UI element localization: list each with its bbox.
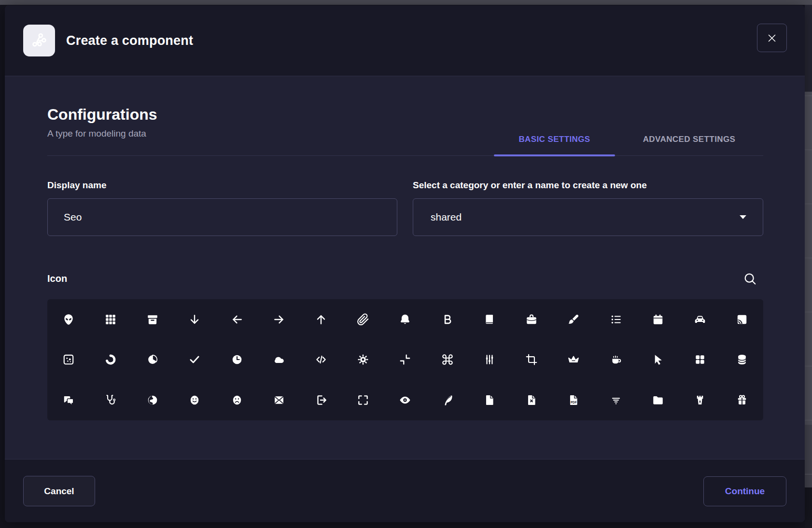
svg-text:PDF: PDF <box>571 401 577 404</box>
car-icon[interactable] <box>679 299 721 340</box>
alien-icon[interactable] <box>47 299 89 340</box>
clock-icon[interactable] <box>216 340 258 380</box>
category-select[interactable]: shared <box>413 198 763 236</box>
crop-icon[interactable] <box>511 340 553 380</box>
calendar-icon[interactable] <box>637 299 679 340</box>
check-icon[interactable] <box>174 340 216 380</box>
chevron-down-icon <box>738 212 748 222</box>
tab-advanced-settings[interactable]: ADVANCED SETTINGS <box>615 123 763 156</box>
chart-bubble-icon[interactable] <box>47 340 89 380</box>
display-name-label: Display name <box>47 180 107 191</box>
continue-button[interactable]: Continue <box>703 476 786 506</box>
cursor-icon[interactable] <box>637 340 679 380</box>
discuss-icon[interactable] <box>47 380 89 420</box>
database-icon[interactable] <box>721 340 763 380</box>
tab-basic-settings[interactable]: BASIC SETTINGS <box>494 123 615 156</box>
screen: Create a component Configurations A type… <box>0 0 812 528</box>
page-behind-modal-right <box>805 5 812 528</box>
cast-icon[interactable] <box>721 299 763 340</box>
earth-icon[interactable] <box>131 380 173 420</box>
section-title: Configurations <box>47 106 157 124</box>
icon-picker-label: Icon <box>47 273 67 284</box>
folder-icon[interactable] <box>637 380 679 420</box>
collapse-icon[interactable] <box>384 340 426 380</box>
arrow-left-icon[interactable] <box>216 299 258 340</box>
crown-icon[interactable] <box>553 340 595 380</box>
page-behind-modal-top <box>0 0 812 5</box>
attachment-icon[interactable] <box>342 299 384 340</box>
filter-icon[interactable] <box>595 380 637 420</box>
bullet-list-icon[interactable] <box>595 299 637 340</box>
component-icon <box>23 25 55 56</box>
dashboard-icon[interactable] <box>679 340 721 380</box>
emotion-unhappy-icon[interactable] <box>216 380 258 420</box>
close-icon <box>766 32 778 44</box>
chart-pie-icon[interactable] <box>131 340 173 380</box>
arrow-up-icon[interactable] <box>300 299 342 340</box>
exit-icon[interactable] <box>300 380 342 420</box>
file-error-icon[interactable] <box>511 380 553 420</box>
close-button[interactable] <box>757 24 787 52</box>
create-component-modal: Create a component Configurations A type… <box>5 5 805 522</box>
archive-icon[interactable] <box>131 299 173 340</box>
sliders-icon[interactable] <box>468 340 510 380</box>
search-icon <box>743 272 757 286</box>
bell-icon[interactable] <box>384 299 426 340</box>
cloud-icon[interactable] <box>258 340 300 380</box>
category-selected-value: shared <box>431 211 738 223</box>
cancel-button[interactable]: Cancel <box>23 476 95 506</box>
arrow-down-icon[interactable] <box>174 299 216 340</box>
modal-title: Create a component <box>66 33 193 48</box>
chart-circle-icon[interactable] <box>89 340 131 380</box>
emotion-happy-icon[interactable] <box>174 380 216 420</box>
eye-icon[interactable] <box>384 380 426 420</box>
envelop-icon[interactable] <box>258 380 300 420</box>
modal-body: Configurations A type for modeling data … <box>5 77 805 459</box>
fort-icon[interactable] <box>679 380 721 420</box>
file-pdf-icon[interactable]: PDF <box>553 380 595 420</box>
cup-icon[interactable] <box>595 340 637 380</box>
code-icon[interactable] <box>300 340 342 380</box>
cog-icon[interactable] <box>342 340 384 380</box>
section-header: Configurations A type for modeling data <box>47 106 157 139</box>
icon-grid: PDF <box>47 299 763 420</box>
category-label: Select a category or enter a name to cre… <box>413 180 647 191</box>
file-icon[interactable] <box>468 380 510 420</box>
command-icon[interactable] <box>426 340 468 380</box>
modal-header: Create a component <box>5 5 805 76</box>
modal-footer: Cancel Continue <box>5 459 805 522</box>
display-name-input[interactable] <box>47 198 397 236</box>
apps-icon[interactable] <box>89 299 131 340</box>
arrow-right-icon[interactable] <box>258 299 300 340</box>
book-icon[interactable] <box>468 299 510 340</box>
feather-icon[interactable] <box>426 380 468 420</box>
gift-icon[interactable] <box>721 380 763 420</box>
doctor-icon[interactable] <box>89 380 131 420</box>
briefcase-icon[interactable] <box>511 299 553 340</box>
brush-icon[interactable] <box>553 299 595 340</box>
section-subtitle: A type for modeling data <box>47 128 157 139</box>
expand-icon[interactable] <box>342 380 384 420</box>
search-button[interactable] <box>739 269 761 289</box>
bold-icon[interactable] <box>426 299 468 340</box>
